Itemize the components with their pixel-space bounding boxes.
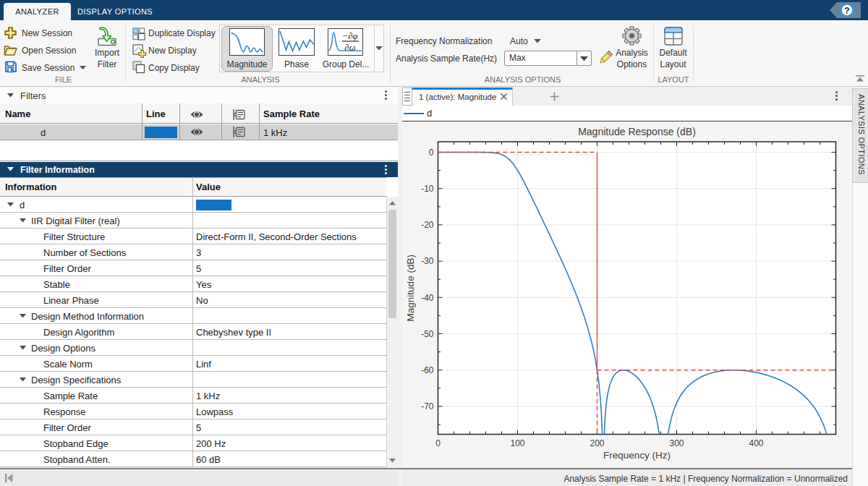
svg-text:-40: -40 (421, 293, 434, 303)
svg-text:?: ? (844, 6, 849, 16)
svg-text:0: 0 (435, 438, 441, 448)
svg-text:-20: -20 (421, 220, 434, 230)
svg-text:∂ω: ∂ω (345, 43, 356, 53)
svg-text:400: 400 (749, 438, 763, 448)
svg-text:-30: -30 (421, 256, 434, 266)
svg-text:0: 0 (429, 148, 434, 158)
svg-text:−∂φ: −∂φ (342, 31, 358, 41)
svg-text:300: 300 (669, 438, 684, 448)
svg-text:Frequency (Hz): Frequency (Hz) (603, 450, 671, 461)
svg-text:-10: -10 (421, 184, 434, 194)
svg-text:200: 200 (590, 438, 604, 448)
svg-text:-50: -50 (421, 329, 434, 339)
svg-text:Magnitude (dB): Magnitude (dB) (405, 255, 416, 321)
svg-text:-70: -70 (421, 401, 434, 412)
svg-text:100: 100 (510, 438, 524, 448)
svg-text:-60: -60 (421, 365, 434, 375)
svg-text:Magnitude Response (dB): Magnitude Response (dB) (578, 126, 696, 137)
